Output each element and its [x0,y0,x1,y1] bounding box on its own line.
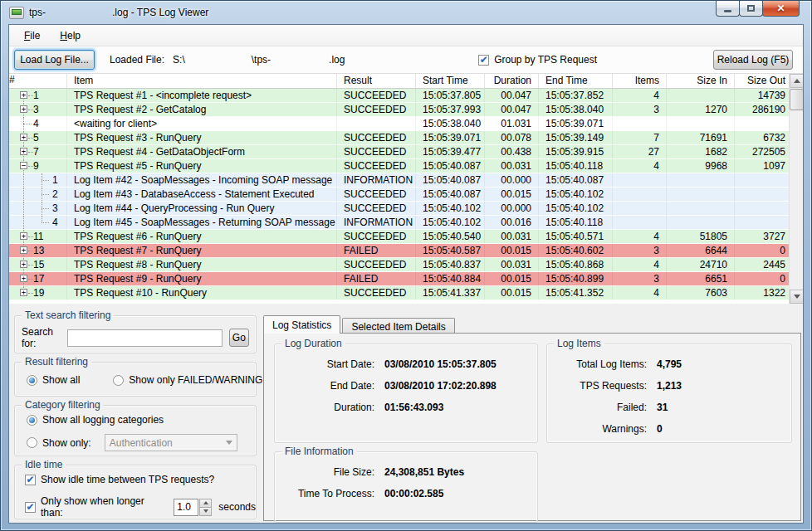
only-show-longer-checkbox[interactable]: ✔ [25,502,36,513]
statistics-tab-control: Log Statistics Selected Item Details Log… [263,315,801,521]
check-icon: ✔ [480,56,488,64]
load-log-file-button[interactable]: Load Log File... [14,50,95,70]
group-by-tps-checkbox[interactable]: ✔ Group by TPS Request [478,54,597,66]
expand-icon[interactable]: + [20,275,27,282]
result-cell: SUCCEEDED [337,159,416,173]
table-row[interactable]: 2Log Item #43 - DatabaseAccess - Stateme… [9,188,803,202]
radio-icon[interactable] [27,437,37,448]
column-header-result[interactable]: Result [337,74,416,88]
column-header-items[interactable]: Items [613,74,667,88]
file-information-legend: File Information [281,446,357,457]
scroll-down-button[interactable] [790,290,804,304]
table-row[interactable]: +1TPS Request #1 - <incomplete request>S… [9,89,803,103]
result-cell [337,117,416,130]
spinner-down-button[interactable] [199,507,212,516]
size-in-cell [667,216,735,229]
table-row[interactable]: +17TPS Request #9 - RunQueryFAILED15:05:… [9,272,803,286]
category-dropdown[interactable]: Authentication [105,434,237,451]
expand-icon[interactable]: + [20,148,27,155]
table-row[interactable]: +19TPS Request #10 - RunQuerySUCCEEDED15… [9,286,803,300]
size-in-cell: 9968 [667,159,735,173]
stat-label: TPS Requests: [547,380,647,392]
radio-icon[interactable] [113,375,124,386]
table-row[interactable]: −9TPS Request #5 - RunQuerySUCCEEDED15:0… [9,159,803,173]
result-cell: SUCCEEDED [337,230,416,243]
close-button[interactable]: ✕ [762,1,800,17]
expand-icon[interactable]: + [20,91,27,99]
collapse-icon[interactable]: − [20,162,27,169]
table-row[interactable]: 1Log Item #42 - SoapMessages - Incoming … [9,173,803,188]
column-header-end[interactable]: End Time [539,74,613,88]
expand-icon[interactable]: + [20,246,27,254]
expand-icon[interactable]: + [20,261,27,268]
seconds-label: seconds [218,501,256,513]
app-icon [9,7,24,19]
items-cell [613,202,667,215]
expand-icon[interactable]: + [20,232,27,240]
row-number: 1 [33,89,39,102]
table-row[interactable]: 4Log Item #45 - SoapMessages - Returning… [9,216,803,230]
tab-log-statistics[interactable]: Log Statistics [263,315,340,334]
stat-row: Start Date:03/08/2010 15:05:37.805 [275,358,537,371]
vertical-scrollbar[interactable] [789,74,803,304]
titlebar[interactable]: tps- .log - TPS Log Viewer ✕ [1,1,811,24]
tree-line [23,216,24,229]
table-row[interactable]: +13TPS Request #7 - RunQueryFAILED15:05:… [9,244,803,258]
scroll-up-button[interactable] [790,74,804,88]
radio-icon[interactable] [27,415,37,426]
minimize-button[interactable] [716,1,740,17]
stat-label: Failed: [547,402,647,413]
search-input[interactable] [67,329,223,347]
expand-icon[interactable]: + [20,105,27,113]
duration-cell: 00.015 [485,286,539,300]
tree-line [23,202,24,215]
size-out-cell: 6732 [735,131,792,144]
menu-item-help[interactable]: Help [51,27,89,44]
duration-cell: 00.438 [485,145,539,158]
column-header-dur[interactable]: Duration [485,74,539,88]
table-row[interactable]: +11TPS Request #6 - RunQuerySUCCEEDED15:… [9,230,803,244]
column-header-num[interactable]: # [9,74,67,88]
tab-selected-item-details[interactable]: Selected Item Details [342,318,454,334]
table-row[interactable]: +7TPS Request #4 - GetDataObjectFormSUCC… [9,145,803,159]
item-cell: <waiting for client> [67,117,337,130]
show-all-categories-radio[interactable]: Show all logging categories [27,414,164,426]
end-time-cell: 15:05:39.071 [539,117,613,130]
result-cell: FAILED [337,244,416,257]
checkbox-icon[interactable]: ✔ [478,55,489,66]
size-in-cell: 71691 [667,131,735,144]
table-row[interactable]: +3TPS Request #2 - GetCatalogSUCCEEDED15… [9,103,803,117]
column-header-sizein[interactable]: Size In [667,74,735,88]
result-radio-0[interactable]: Show all [27,374,80,386]
table-row[interactable]: +15TPS Request #8 - RunQuerySUCCEEDED15:… [9,258,803,272]
show-only-radio[interactable]: Show only: [27,437,91,449]
radio-icon[interactable] [27,375,37,386]
app-window: tps- .log - TPS Log Viewer ✕ FileHelp Lo… [0,0,812,531]
expand-icon[interactable]: + [20,134,27,141]
result-cell: INFORMATION [337,173,416,187]
menu-item-file[interactable]: File [16,27,48,44]
size-out-cell: 3727 [735,230,792,243]
close-icon: ✕ [776,3,785,13]
stat-label: File Size: [275,466,374,478]
table-row[interactable]: +5TPS Request #3 - RunQuerySUCCEEDED15:0… [9,131,803,145]
go-button[interactable]: Go [229,329,249,347]
column-header-sizeout[interactable]: Size Out [735,74,792,88]
table-row[interactable]: 3Log Item #44 - QueryProcessing - Run Qu… [9,202,803,216]
column-header-start[interactable]: Start Time [416,74,485,88]
table-row[interactable]: 4<waiting for client>15:05:38.04001.0311… [9,117,803,131]
spinner-value[interactable]: 1.0 [174,499,198,516]
result-radio-1[interactable]: Show only FAILED/WARNING [113,374,262,386]
reload-log-button[interactable]: Reload Log (F5) [713,50,793,70]
row-number: 11 [33,230,43,243]
checkbox-icon[interactable]: ✔ [25,475,36,485]
text-search-legend: Text search filtering [22,309,114,321]
scrollbar-thumb[interactable] [790,89,804,110]
column-header-item[interactable]: Item [67,74,337,88]
maximize-button[interactable] [739,1,763,17]
show-idle-time-checkbox[interactable]: ✔ Show idle time between TPS requests? [25,474,214,485]
only-show-longer-row: ✔ Only show when longer than: 1.0 second… [25,495,256,519]
expand-icon[interactable]: + [20,289,27,296]
items-cell: 3 [613,272,667,285]
minimize-icon [724,10,731,12]
